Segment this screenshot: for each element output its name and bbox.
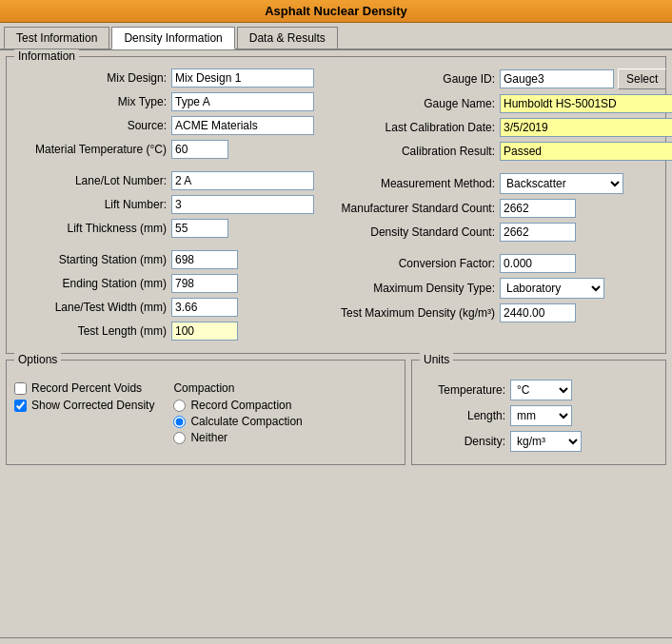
test-length-input[interactable] [171, 322, 238, 341]
gauge-name-row: Gauge Name: [324, 94, 672, 113]
length-unit-select[interactable]: mm in [510, 405, 572, 426]
units-group: Units Temperature: °C °F Length: mm in D… [411, 360, 666, 465]
mat-temp-input[interactable] [171, 140, 228, 159]
record-compaction-radio[interactable] [173, 400, 186, 412]
mat-temp-label: Material Temperature (°C) [14, 143, 167, 156]
gauge-name-input[interactable] [500, 94, 672, 113]
test-length-label: Test Length (mm) [14, 324, 167, 338]
calc-compaction-row: Calculate Compaction [173, 415, 302, 428]
lift-number-label: Lift Number: [14, 198, 167, 211]
lane-lot-input[interactable] [171, 171, 314, 190]
record-voids-label: Record Percent Voids [31, 381, 142, 395]
start-station-input[interactable] [171, 250, 238, 269]
density-std-count-row: Density Standard Count: [324, 223, 672, 242]
checkboxes-section: Record Percent Voids Show Corrected Dens… [14, 381, 154, 416]
conv-factor-label: Conversion Factor: [324, 257, 495, 270]
temp-unit-label: Temperature: [420, 383, 505, 397]
end-station-label: Ending Station (mm) [14, 277, 167, 290]
source-label: Source: [14, 119, 167, 132]
gauge-name-label: Gauge Name: [324, 97, 495, 110]
lane-width-row: Lane/Test Width (mm) [14, 298, 314, 317]
calc-compaction-radio[interactable] [173, 416, 186, 428]
end-station-input[interactable] [171, 274, 238, 293]
options-group: Options Record Percent Voids Show Correc… [6, 360, 405, 465]
mix-type-row: Mix Type: [14, 92, 314, 111]
test-max-density-row: Test Maximum Density (kg/m³) [324, 303, 672, 322]
gauge-id-row: Gauge ID: Select [324, 68, 672, 89]
mfr-std-count-input[interactable] [500, 199, 576, 218]
lift-thickness-label: Lift Thickness (mm) [14, 222, 167, 235]
mix-type-input[interactable] [171, 92, 314, 111]
cal-result-row: Calibration Result: [324, 142, 672, 161]
record-voids-row: Record Percent Voids [14, 381, 154, 395]
tab-data-results[interactable]: Data & Results [237, 27, 338, 49]
max-density-type-select[interactable]: Laboratory CoreMax [500, 278, 604, 299]
tab-test-information[interactable]: Test Information [4, 27, 109, 49]
app-title: Asphalt Nuclear Density [265, 4, 407, 18]
temp-unit-select[interactable]: °C °F [510, 380, 572, 400]
lane-lot-row: Lane/Lot Number: [14, 171, 314, 190]
calc-compaction-label: Calculate Compaction [190, 415, 302, 428]
density-unit-select[interactable]: kg/m³ pcf [510, 431, 582, 452]
cal-date-row: Last Calibration Date: [324, 118, 672, 137]
mfr-std-count-row: Manufacturer Standard Count: [324, 199, 672, 218]
compaction-section: Compaction Record Compaction Calculate C… [173, 381, 302, 447]
title-bar: Asphalt Nuclear Density [0, 0, 672, 23]
info-group: Information Mix Design: Mix Type: Source… [6, 56, 666, 354]
mix-design-input[interactable] [171, 68, 314, 88]
show-corrected-label: Show Corrected Density [31, 399, 154, 412]
show-corrected-checkbox[interactable] [14, 400, 27, 412]
cal-result-input[interactable] [500, 142, 672, 161]
test-length-row: Test Length (mm) [14, 322, 314, 341]
info-group-title: Information [14, 49, 79, 63]
length-unit-row: Length: mm in [420, 405, 658, 426]
units-group-title: Units [420, 353, 453, 366]
start-station-label: Starting Station (mm) [14, 253, 167, 266]
meas-method-label: Measurement Method: [324, 177, 495, 190]
lift-number-input[interactable] [171, 195, 314, 214]
temp-unit-row: Temperature: °C °F [420, 380, 658, 400]
lift-thickness-input[interactable] [171, 219, 228, 238]
meas-method-row: Measurement Method: Backscatter Direct [324, 173, 672, 194]
gauge-id-input[interactable] [500, 69, 614, 88]
record-compaction-row: Record Compaction [173, 399, 302, 412]
neither-radio[interactable] [173, 432, 186, 444]
density-std-count-label: Density Standard Count: [324, 225, 495, 239]
select-button[interactable]: Select [618, 68, 666, 89]
left-column: Mix Design: Mix Type: Source: Material T… [14, 68, 314, 345]
meas-method-select[interactable]: Backscatter Direct [500, 173, 623, 194]
length-unit-label: Length: [420, 409, 505, 422]
lift-thickness-row: Lift Thickness (mm) [14, 219, 314, 238]
tab-bar: Test Information Density Information Dat… [0, 23, 672, 50]
right-column: Gauge ID: Select Gauge Name: Last Calibr… [324, 68, 672, 345]
cal-date-label: Last Calibration Date: [324, 121, 495, 134]
footer-bar: ✔ OK ✖ Cancel ? Help [0, 637, 672, 644]
neither-row: Neither [173, 431, 302, 444]
options-inner: Record Percent Voids Show Corrected Dens… [14, 372, 397, 447]
max-density-type-label: Maximum Density Type: [324, 282, 495, 295]
source-input[interactable] [171, 116, 314, 135]
density-std-count-input[interactable] [500, 223, 576, 242]
bottom-section: Options Record Percent Voids Show Correc… [6, 360, 666, 471]
lane-width-input[interactable] [171, 298, 238, 317]
neither-label: Neither [190, 431, 227, 444]
test-max-density-input[interactable] [500, 303, 576, 322]
mix-type-label: Mix Type: [14, 95, 167, 108]
lane-lot-label: Lane/Lot Number: [14, 174, 167, 187]
cal-date-input[interactable] [500, 118, 672, 137]
conv-factor-input[interactable] [500, 254, 576, 273]
conv-factor-row: Conversion Factor: [324, 254, 672, 273]
gauge-id-label: Gauge ID: [324, 72, 495, 86]
record-voids-checkbox[interactable] [14, 382, 27, 395]
cal-result-label: Calibration Result: [324, 145, 495, 158]
main-content: Information Mix Design: Mix Type: Source… [0, 50, 672, 637]
end-station-row: Ending Station (mm) [14, 274, 314, 293]
show-corrected-row: Show Corrected Density [14, 399, 154, 412]
lane-width-label: Lane/Test Width (mm) [14, 301, 167, 314]
mix-design-label: Mix Design: [14, 71, 167, 85]
tab-density-information[interactable]: Density Information [111, 27, 234, 49]
source-row: Source: [14, 116, 314, 135]
compaction-title: Compaction [173, 381, 302, 395]
mfr-std-count-label: Manufacturer Standard Count: [324, 202, 495, 215]
test-max-density-label: Test Maximum Density (kg/m³) [324, 306, 495, 320]
